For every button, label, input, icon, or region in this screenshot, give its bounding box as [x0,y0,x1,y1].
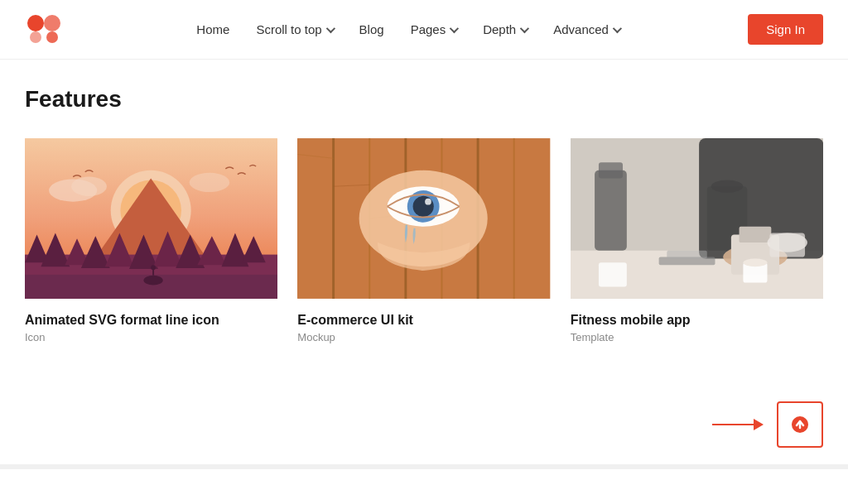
logo-icon [25,12,68,47]
card-3[interactable]: Fitness mobile app Template [571,136,823,343]
footer-divider [0,464,848,469]
card-2[interactable]: E-commerce UI kit Mockup [297,136,550,343]
svg-rect-56 [667,251,706,259]
nav-label-depth: Depth [483,22,516,36]
chevron-down-icon [613,23,622,32]
features-title: Features [25,86,823,113]
svg-point-53 [743,258,767,266]
svg-point-23 [151,265,156,270]
svg-point-40 [413,196,434,217]
main-content: Features [0,60,848,393]
sign-in-button[interactable]: Sign In [748,14,823,45]
svg-point-41 [425,199,431,205]
arrow-up-icon [790,415,810,434]
svg-rect-44 [595,170,627,251]
main-nav: Home Scroll to top Blog Pages Depth Adva… [196,22,619,36]
card-3-title: Fitness mobile app [571,313,823,328]
cards-grid: Animated SVG format line icon Icon [25,136,823,343]
svg-point-3 [46,31,58,43]
nav-label-blog: Blog [359,22,384,36]
chevron-down-icon [520,23,529,32]
card-1-image [25,136,277,301]
svg-rect-45 [599,162,623,178]
scroll-top-area [0,393,848,464]
nav-label-pages: Pages [411,22,446,36]
svg-point-25 [71,177,107,196]
svg-point-0 [27,15,44,31]
svg-point-26 [190,173,229,192]
svg-rect-58 [769,233,805,257]
nav-item-pages[interactable]: Pages [411,22,457,36]
card-1-subtitle: Icon [25,331,277,343]
card-2-title: E-commerce UI kit [297,313,550,328]
logo-area [25,12,68,47]
arrow-indicator [712,419,764,430]
chevron-down-icon [325,23,335,32]
arrow-head-icon [754,419,764,430]
nav-label-home: Home [196,22,229,36]
svg-rect-54 [599,262,627,286]
svg-point-2 [30,31,41,43]
card-1-title: Animated SVG format line icon [25,313,277,328]
chevron-down-icon [450,23,459,32]
nav-label-advanced: Advanced [553,22,609,36]
card-1[interactable]: Animated SVG format line icon Icon [25,136,277,343]
card-3-image [571,136,823,301]
card-2-subtitle: Mockup [297,331,550,343]
nav-item-blog[interactable]: Blog [359,22,384,36]
arrow-line [712,424,754,425]
nav-item-home[interactable]: Home [196,22,229,36]
nav-item-scroll-to-top[interactable]: Scroll to top [256,22,332,36]
nav-item-depth[interactable]: Depth [483,22,527,36]
nav-label-scroll-to-top: Scroll to top [256,22,321,36]
svg-rect-51 [739,227,771,242]
header: Home Scroll to top Blog Pages Depth Adva… [0,0,848,60]
nav-item-advanced[interactable]: Advanced [553,22,619,36]
card-2-image [297,136,550,301]
svg-point-1 [44,15,60,31]
scroll-to-top-button[interactable] [777,401,823,448]
svg-point-21 [143,276,162,286]
card-3-subtitle: Template [571,331,823,343]
